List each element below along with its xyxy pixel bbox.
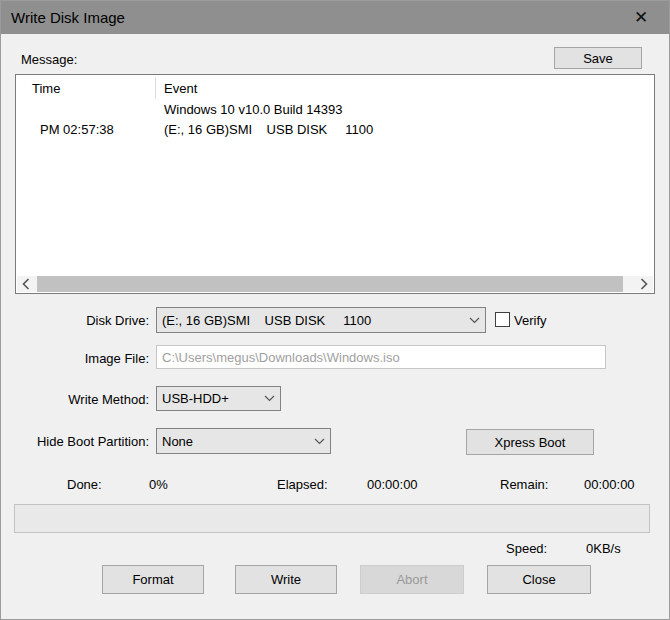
title-bar[interactable]: Write Disk Image ✕	[1, 1, 669, 34]
column-divider	[155, 77, 156, 99]
hide-boot-partition-value: None	[157, 434, 308, 449]
chevron-down-icon	[308, 438, 330, 445]
close-button[interactable]: Close	[487, 565, 591, 594]
format-button[interactable]: Format	[102, 565, 204, 594]
chevron-down-icon	[258, 395, 280, 402]
chevron-down-icon	[463, 317, 485, 324]
done-label: Done:	[67, 477, 102, 492]
disk-drive-label: Disk Drive:	[1, 313, 149, 328]
progress-bar	[14, 504, 650, 533]
event-log-list[interactable]: Time Event Windows 10 v10.0 Build 14393 …	[15, 74, 655, 294]
verify-checkbox[interactable]	[495, 312, 510, 327]
speed-value: 0KB/s	[586, 541, 621, 556]
scroll-left-icon[interactable]	[17, 276, 35, 292]
write-method-label: Write Method:	[1, 392, 149, 407]
hide-boot-partition-label: Hide Boot Partition:	[1, 434, 149, 449]
write-method-select[interactable]: USB-HDD+	[156, 386, 281, 411]
image-file-input[interactable]: C:\Users\megus\Downloads\Windows.iso	[156, 345, 606, 369]
log-row-time: PM 02:57:38	[40, 122, 114, 137]
remain-label: Remain:	[500, 477, 548, 492]
remain-value: 00:00:00	[584, 477, 635, 492]
scroll-right-icon[interactable]	[635, 276, 653, 292]
hide-boot-partition-select[interactable]: None	[156, 428, 331, 454]
elapsed-value: 00:00:00	[367, 477, 418, 492]
verify-label[interactable]: Verify	[514, 313, 547, 328]
write-button[interactable]: Write	[235, 565, 337, 594]
scrollbar-thumb[interactable]	[37, 276, 623, 292]
xpress-boot-button[interactable]: Xpress Boot	[466, 429, 594, 455]
log-row-event: Windows 10 v10.0 Build 14393	[164, 102, 343, 117]
speed-label: Speed:	[506, 541, 547, 556]
write-disk-image-dialog: Write Disk Image ✕ Message: Save Time Ev…	[0, 0, 670, 620]
image-file-label: Image File:	[1, 351, 149, 366]
column-header-event[interactable]: Event	[164, 81, 197, 96]
message-label: Message:	[21, 52, 77, 67]
window-title: Write Disk Image	[1, 9, 125, 26]
write-method-value: USB-HDD+	[157, 391, 258, 406]
log-row-event: (E:, 16 GB)SMI USB DISK 1100	[164, 122, 373, 137]
disk-drive-value: (E:, 16 GB)SMI USB DISK 1100	[157, 313, 463, 328]
save-button[interactable]: Save	[554, 47, 642, 69]
column-header-time[interactable]: Time	[32, 81, 60, 96]
abort-button: Abort	[360, 565, 464, 594]
horizontal-scrollbar[interactable]	[17, 276, 653, 292]
elapsed-label: Elapsed:	[277, 477, 328, 492]
disk-drive-select[interactable]: (E:, 16 GB)SMI USB DISK 1100	[156, 307, 486, 333]
scrollbar-track[interactable]	[35, 276, 635, 292]
done-value: 0%	[149, 477, 168, 492]
close-icon[interactable]: ✕	[621, 1, 661, 34]
